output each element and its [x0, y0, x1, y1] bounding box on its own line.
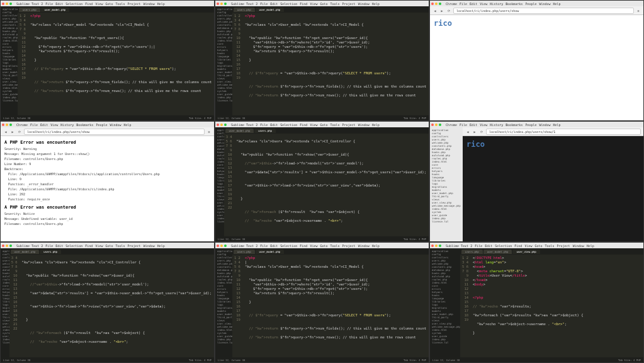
menubar-sublime[interactable]: Sublime Text 2FileEditSelectionFindViewG… [1, 1, 214, 6]
menubar-sublime[interactable]: Sublime Text 2FileEditSelectionFindViewG… [1, 243, 214, 248]
code-area[interactable]: <?php "kw">class "cls">User_model "kw">e… [28, 13, 214, 120]
fwd-icon[interactable]: ▶ [439, 8, 444, 13]
logo-text: rico [434, 19, 640, 28]
tab[interactable]: users.php [461, 250, 483, 254]
tab-active[interactable]: user_model.php [41, 8, 70, 12]
reload-icon[interactable]: ⟳ [479, 129, 484, 134]
logo-text: rico [466, 140, 640, 149]
page-content: rico [463, 136, 643, 241]
reload-icon[interactable]: ⟳ [17, 129, 22, 134]
tabs[interactable]: users.phpuser_model.php [232, 6, 429, 13]
pane-editor-model-1: Sublime Text 2FileEditSelectionFindViewG… [0, 0, 215, 121]
file-sidebar[interactable]: applicationconfigcontrollersusers.phpwel… [430, 127, 463, 241]
file-sidebar[interactable]: applicationconfigcontrollersusers.phpwel… [215, 127, 224, 241]
menubar-chrome[interactable]: ChromeFileEditViewHistoryBookmarksPeople… [1, 122, 214, 127]
tab[interactable]: users.php [19, 8, 40, 12]
tab-active[interactable]: users.php [40, 250, 61, 254]
url-field[interactable]: localhost/ci/index.php/users/show [24, 129, 205, 135]
code-area[interactable]: <!DOCTYPE html> <html lang="en"> <head> … [470, 255, 643, 362]
menu-icon[interactable]: ≡ [206, 129, 212, 134]
pane-browser-logo: ChromeFileEditViewHistoryBookmarksPeople… [429, 0, 644, 121]
reload-icon[interactable]: ⟳ [446, 8, 451, 13]
file-sidebar[interactable]: applicationconfigcontrollersusers.phpwel… [215, 248, 232, 362]
menubar-sublime[interactable]: Sublime Text 2FileEditSelectionFindViewG… [215, 1, 429, 6]
tab[interactable]: user_model.php [11, 250, 40, 254]
statusbar: Line 12, Column 38Tab Size: 4 PHP [1, 357, 214, 362]
file-sidebar[interactable]: applicationconfigcontrollersusers.phpwel… [1, 6, 18, 120]
fwd-icon[interactable]: ▶ [10, 129, 15, 134]
pane-editor-ctrl-1: Sublime Text 2FileEditSelectionFindViewG… [215, 121, 429, 242]
file-sidebar[interactable]: applicationconfigcontrollersusers.phpwel… [430, 248, 460, 362]
error-title-2: A PHP Error was encountered [4, 205, 210, 210]
pane-browser-error: ChromeFileEditViewHistoryBookmarksPeople… [0, 121, 215, 242]
addressbar[interactable]: ◀▶⟳localhost/ci/index.php/users/show≡ [1, 127, 214, 136]
menu-icon[interactable]: ≡ [636, 8, 641, 13]
pane-editor-view: Sublime Text 2FileEditSelectionFindViewG… [429, 242, 644, 363]
menubar-sublime[interactable]: Sublime Text 2FileEditSelectionFindViewG… [215, 122, 429, 127]
statusbar: Line 12, Column 38Tab Size: 4 PHP [1, 115, 214, 120]
menubar-chrome[interactable]: ChromeFileEditViewHistoryBookmarksPeople… [430, 122, 643, 127]
back-icon[interactable]: ◀ [465, 129, 470, 134]
url-field[interactable]: localhost/ci/index.php/users/show [453, 8, 634, 14]
back-icon[interactable]: ◀ [432, 8, 438, 13]
url-field[interactable]: localhost/ci/index.php/users/show/1 [486, 129, 641, 135]
tabs[interactable]: user_model.phpusers.php [224, 127, 429, 134]
tab[interactable]: users.php [234, 8, 255, 12]
pane-editor-model-3: Sublime Text 2FileEditSelectionFindViewG… [215, 242, 429, 363]
fwd-icon[interactable]: ▶ [472, 129, 477, 134]
menubar-sublime[interactable]: Sublime Text 2FileEditSelectionFindViewG… [430, 243, 643, 248]
statusbar: Line 12, Column 38Tab Size: 4 PHP [215, 115, 429, 120]
tab-active[interactable]: user_model.php [256, 8, 285, 12]
page-content: rico [430, 15, 643, 120]
error-title: A PHP Error was encountered [4, 140, 210, 145]
file-sidebar[interactable]: applicationconfigcontrollersusers.phpwel… [1, 248, 9, 362]
code-area[interactable]: "kw">class "cls">Users "kw">extends "cls… [20, 255, 214, 362]
addressbar[interactable]: ◀▶⟳localhost/ci/index.php/users/show/1 [463, 127, 643, 136]
file-sidebar[interactable]: applicationconfigcontrollersusers.phpwel… [215, 6, 232, 120]
code-area[interactable]: <?php | "kw">class "cls">User_model "kw"… [242, 255, 429, 362]
addressbar[interactable]: ◀▶⟳localhost/ci/index.php/users/show≡ [430, 6, 643, 15]
tabs[interactable]: users.phpuser_model.php [18, 6, 214, 13]
code-area[interactable]: "kw">class "cls">Users "kw">extends "cls… [234, 134, 429, 241]
tab-active[interactable]: user_model.php [256, 250, 285, 254]
statusbar: Line 12, Column 38Tab Size: 4 PHP [215, 236, 429, 241]
tabs[interactable]: users.phpuser_model.phpuser_view.php [460, 248, 643, 255]
tab[interactable]: user_model.php [225, 129, 254, 133]
menubar-chrome[interactable]: ChromeFileEditViewHistoryBookmarksPeople… [430, 1, 643, 6]
statusbar: Line 12, Column 38Tab Size: 4 PHP [215, 357, 429, 362]
tab-active[interactable]: user_view.php [512, 250, 539, 254]
tabs[interactable]: user_model.phpusers.php [9, 248, 214, 255]
statusbar: Line 12, Column 38Tab Size: 4 PHP [430, 357, 643, 362]
back-icon[interactable]: ◀ [3, 129, 8, 134]
tabs[interactable]: users.phpuser_model.php [232, 248, 429, 255]
tab[interactable]: user_model.php [483, 250, 512, 254]
error-page: A PHP Error was encountered Severity: Wa… [1, 136, 214, 241]
pane-browser-split: ChromeFileEditViewHistoryBookmarksPeople… [429, 121, 644, 242]
code-area[interactable]: <?php "kw">class "cls">User_model "kw">e… [242, 13, 429, 120]
tab[interactable]: users.php [234, 250, 255, 254]
menubar-sublime[interactable]: Sublime Text 2FileEditSelectionFindViewG… [215, 243, 429, 248]
tab-active[interactable]: users.php [254, 129, 276, 133]
pane-editor-ctrl-2: Sublime Text 2FileEditSelectionFindViewG… [0, 242, 215, 363]
pane-editor-model-2: Sublime Text 2FileEditSelectionFindViewG… [215, 0, 429, 121]
